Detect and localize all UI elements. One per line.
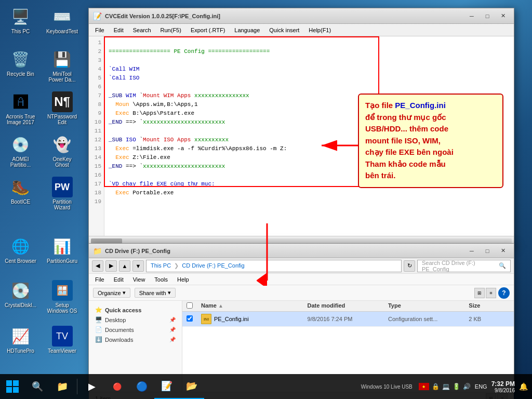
windows-logo-icon [6,380,19,393]
file-row-checkbox[interactable] [187,315,197,323]
explorer-action-toolbar: Organize ▾ Share with ▾ ⊞ ≡ ? [89,285,514,301]
select-all-checkbox[interactable] [187,302,193,309]
explorer-controls: ─ □ ✕ [465,246,510,256]
explorer-search-icon[interactable]: 🔍 [499,262,506,269]
organize-button[interactable]: Organize ▾ [93,288,130,298]
file-name-cell: INI PE_Config.ini [201,314,303,324]
taskbar-app2-button[interactable]: 🔵 [129,374,154,399]
tray-icon-4: 🔊 [463,383,471,390]
desktop-icon-partition-wizard[interactable]: PW PartitionWizard [43,175,82,212]
explorer-menu-file[interactable]: File [91,275,109,284]
start-button[interactable] [0,374,25,399]
explorer-refresh-button[interactable]: ↻ [404,260,415,272]
explorer-titlebar[interactable]: 📁 CD Drive (F:) PE_Config ─ □ ✕ [89,244,514,258]
explorer-window: 📁 CD Drive (F:) PE_Config ─ □ ✕ ◀ ▶ ▲ ▼ … [88,243,514,391]
header-size[interactable]: Size [469,302,510,310]
cvcedit-menu-run[interactable]: Run(F5) [156,26,185,34]
desktop-icon-ntpassword[interactable]: N¶ NTPassword Edit [43,89,82,127]
header-date[interactable]: Date modified [308,302,384,310]
view-large-icon-button[interactable]: ⊞ [474,288,485,298]
code-line-16: `VD chay file EXE cùng thư mục: [109,181,215,187]
desktop-icon-recycle[interactable]: 🗑️ Recycle Bin [1,47,40,79]
desktop-icon-pguru[interactable]: 📊 PartitionGuru [43,234,82,266]
cvcedit-menu-help[interactable]: Help(F1) [304,26,335,34]
cvcedit-menu-file[interactable]: File [91,26,109,34]
explorer-forward-button[interactable]: ▶ [105,260,117,272]
sidebar-item-documents[interactable]: 📄 Documents 📌 [89,325,182,335]
explorer-menu-tools[interactable]: Tools [150,275,172,284]
documents-pin-icon: 📌 [169,327,176,332]
breadcrumb-thispc[interactable]: This PC [151,262,171,269]
sidebar-item-downloads[interactable]: ⬇️ Downloads 📌 [89,335,182,344]
desktop-icon-cent[interactable]: 🌐 Cent Browser [1,234,40,266]
desktop-icon-acronis[interactable]: 🅰 Acronis TrueImage 2017 [1,89,40,127]
explorer-menu-edit[interactable]: Edit [110,275,128,284]
desktop-icon-minitool[interactable]: 💾 MiniTool Power Da... [43,47,82,85]
desktop-icon-setup-windows[interactable]: 🪟 Setup Windows OS [43,278,82,316]
taskbar-file-explorer-button[interactable]: 📁 [50,374,75,399]
explorer-minimize-button[interactable]: ─ [465,246,478,256]
taskbar-search-button[interactable]: 🔍 [25,374,50,399]
desktop-icon-teamviewer[interactable]: TV TeamViewer [43,324,82,356]
explorer-up-button[interactable]: ▲ [119,260,130,272]
desktop-icon-this-pc[interactable]: 🖥️ This PC [1,4,40,36]
cent-browser-icon: 🌐 [10,236,31,257]
code-line-13: Exec Z:\File.exe [109,154,170,161]
pe-config-checkbox[interactable] [187,315,193,322]
recycle-icon: 🗑️ [10,49,31,70]
notification-button[interactable]: 🔔 [519,382,528,391]
code-line-3: `Call WIM [109,66,139,72]
taskbar-cvcedit-button[interactable]: 📝 [154,374,179,399]
explorer-back-button[interactable]: ◀ [92,260,103,272]
explorer-recent-button[interactable]: ▼ [132,260,144,272]
cvcedit-maximize-button[interactable]: □ [481,11,494,21]
sidebar-quick-access[interactable]: ⭐ Quick access [89,305,182,315]
system-tray: Windows 10 Live USB ★ 🔒 💻 🔋 🔊 ENG 7:32 P… [361,380,532,393]
header-check[interactable] [187,302,197,310]
desktop-icon-hdtune[interactable]: 📈 HDTunePro [1,324,40,356]
file-name-text: PE_Config.ini [214,316,249,322]
system-clock[interactable]: 7:32 PM 9/8/2016 [491,380,515,393]
breadcrumb-cddrive[interactable]: CD Drive (F:) PE_Config [182,262,244,269]
documents-sidebar-label: Documents [105,327,134,333]
cvcedit-editor[interactable]: 12345 678910 1112131415 16171819 =======… [89,36,514,236]
explorer-search-bar[interactable]: Search CD Drive (F:) PE_Config 🔍 [417,260,511,272]
desktop-icon-aomei[interactable]: 💿 AOMEIPartitio... [1,132,40,170]
code-line-19 [109,207,112,214]
cvcedit-menu-edit[interactable]: Edit [110,26,128,34]
cvcedit-menu-export[interactable]: Export (.RTF) [187,26,229,34]
vn-flag-icon[interactable]: ★ [419,383,429,390]
language-indicator[interactable]: ENG [475,383,487,390]
explorer-menu-help[interactable]: Help [173,275,193,284]
explorer-maximize-button[interactable]: □ [481,246,494,256]
cvcedit-titlebar[interactable]: 📝 CVCEdit Version 1.0.0.25[F:\PE_Config.… [89,8,514,24]
help-button[interactable]: ? [498,287,510,299]
file-row-pe-config[interactable]: INI PE_Config.ini 9/8/2016 7:24 PM Confi… [182,312,514,327]
quick-access-label: Quick access [105,307,141,313]
desktop-icon-booice[interactable]: 🥾 BootICE [1,175,40,207]
taskbar-app1-button[interactable]: 🔴 [104,374,129,399]
header-name[interactable]: Name ▲ [201,302,303,310]
code-line-6: _SUB WIM `Mount WIM Apps xxxxxxxxxxxxxxx… [109,92,249,99]
desktop-icon-crystal[interactable]: 💽 CrystalDiskl... [1,278,40,310]
share-with-button[interactable]: Share with ▾ [135,288,176,298]
taskbar-media-button[interactable]: ▶ [79,374,104,399]
code-line-8: Exec B:\Apps\Pstart.exe [109,110,194,116]
cvcedit-minimize-button[interactable]: ─ [465,11,478,21]
desktop-pin-icon: 📌 [169,317,176,323]
taskbar-explorer-button[interactable]: 📂 [179,374,204,399]
cvcedit-menu-language[interactable]: Language [230,26,264,34]
sidebar-item-desktop[interactable]: 🖥️ Desktop 📌 [89,315,182,325]
desktop-icon-keyboard[interactable]: ⌨️ KeyboardTest [43,4,82,36]
crystal-disk-icon: 💽 [10,280,31,301]
cvcedit-close-button[interactable]: ✕ [496,11,510,21]
hdtune-label: HDTunePro [7,348,34,354]
setup-windows-icon: 🪟 [52,280,73,301]
explorer-menu-view[interactable]: View [129,275,150,284]
cvcedit-menu-quickinsert[interactable]: Quick insert [265,26,303,34]
explorer-close-button[interactable]: ✕ [496,246,510,256]
view-list-button[interactable]: ≡ [486,288,496,298]
header-type[interactable]: Type [388,302,464,310]
cvcedit-menu-search[interactable]: Search [129,26,155,34]
desktop-icon-onekey[interactable]: 👻 OneKeyGhost [43,132,82,170]
